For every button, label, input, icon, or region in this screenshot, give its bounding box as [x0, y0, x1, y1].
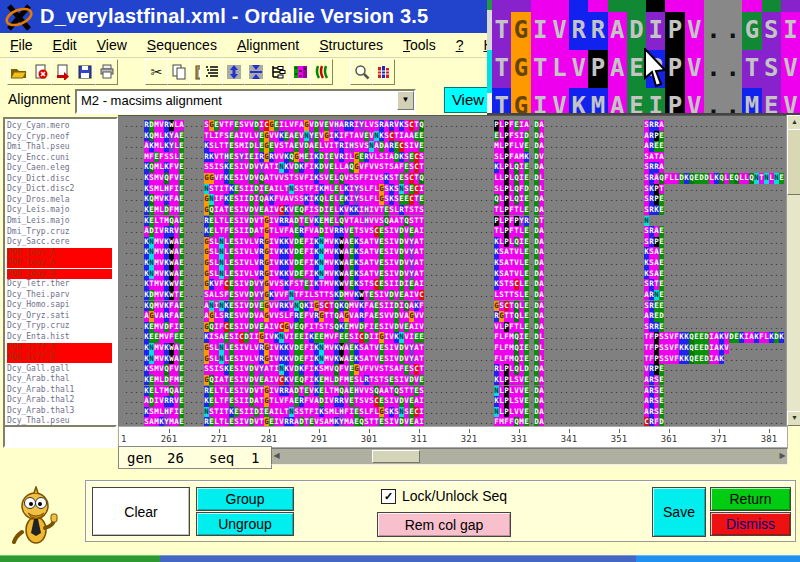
- zoom-cell[interactable]: .: [723, 0, 742, 12]
- menu-item-tools[interactable]: Tools: [393, 35, 446, 55]
- alignment-row[interactable]: ....KNMVKWAE....GSLNLESIVLVRGIVKKVDEFIKN…: [124, 247, 784, 258]
- return-button[interactable]: Return: [710, 487, 791, 511]
- zoom-cell[interactable]: P: [665, 88, 684, 113]
- residue-cell[interactable]: .: [779, 269, 784, 280]
- zoom-cell[interactable]: G: [511, 50, 530, 88]
- alignment-row[interactable]: ....KELTMQAE....RELTLESIVDVTGIVRRADTEVKE…: [124, 386, 784, 397]
- ungroup-button[interactable]: Ungroup: [196, 512, 294, 536]
- search-button[interactable]: [350, 59, 373, 85]
- menu-item-help-q[interactable]: ?: [446, 35, 474, 55]
- scroll-right-icon[interactable]: ▶: [778, 450, 787, 461]
- sequence-name-item[interactable]: PDB_1eov_A: [7, 248, 112, 258]
- group-button[interactable]: Group: [196, 487, 294, 511]
- sequence-name-item[interactable]: Dcy_Arab.thal3: [7, 406, 112, 416]
- menu-item-edit[interactable]: Edit: [43, 35, 87, 55]
- residue-cell[interactable]: .: [779, 205, 784, 216]
- zoom-cell[interactable]: V: [550, 12, 569, 50]
- zoom-cell[interactable]: T: [531, 50, 550, 88]
- zoom-cell[interactable]: R: [569, 12, 588, 50]
- zoom-cell[interactable]: .: [723, 88, 742, 113]
- alignment-row[interactable]: ....KEMLDFME....GQIATESIVDVEAIVCKVEQFIKE…: [124, 375, 784, 386]
- alignment-row[interactable]: ....KNMVKWAE....GSLNLESIVLVRGIVKKVDEFIKN…: [124, 354, 784, 365]
- zoom-cell[interactable]: G: [511, 88, 530, 113]
- residue-cell[interactable]: .: [779, 131, 784, 142]
- clear-button[interactable]: Clear: [92, 487, 190, 536]
- residue-cell[interactable]: .: [779, 301, 784, 312]
- residue-cell[interactable]: .: [779, 184, 784, 195]
- alignment-row[interactable]: ....KNMVKWAE....GSLNLESIVLVRGIVKKVDEFIKN…: [124, 258, 784, 269]
- sequence-name-item[interactable]: Dcy_Arab.thal2: [7, 395, 112, 405]
- zoom-cell[interactable]: P: [588, 50, 607, 88]
- zoom-view-row[interactable]: TGIVRRADIPV..GSI: [492, 12, 800, 50]
- column-colors-button[interactable]: [372, 59, 395, 85]
- zoom-cell[interactable]: V: [685, 88, 704, 113]
- alignment-row[interactable]: ....KNMVKWAE....GSLNLESIVLVRGIVKKVDEFIKN…: [124, 269, 784, 280]
- zoom-cell[interactable]: T: [492, 12, 511, 50]
- zoom-cell[interactable]: V: [685, 0, 704, 12]
- sequence-name-item[interactable]: Dcy_Thei.parv: [7, 290, 112, 300]
- residue-cell[interactable]: .: [779, 152, 784, 163]
- vertical-scroll-thumb[interactable]: [787, 129, 800, 195]
- residue-cell[interactable]: .: [779, 354, 784, 365]
- residue-cell[interactable]: .: [779, 162, 784, 173]
- alignment-row[interactable]: ....KEEMVFEE....KISAESICDIIGIVKNVIEEIKEE…: [124, 332, 784, 343]
- zoom-cell[interactable]: .: [704, 12, 723, 50]
- residue-cell[interactable]: .: [779, 279, 784, 290]
- zoom-cell[interactable]: S: [762, 50, 781, 88]
- lock-unlock-checkbox[interactable]: ✓: [381, 489, 396, 504]
- sequence-name-item[interactable]: PDB_1eay_A: [7, 258, 112, 268]
- cut-button[interactable]: ✂: [145, 59, 168, 85]
- zoom-cell[interactable]: .: [723, 12, 742, 50]
- zoom-cell[interactable]: I: [531, 12, 550, 50]
- residue-cell[interactable]: .: [779, 237, 784, 248]
- zoom-cell[interactable]: S: [762, 12, 781, 50]
- zoom-cell[interactable]: T: [492, 88, 511, 113]
- menu-item-sequences[interactable]: Sequences: [137, 35, 227, 55]
- sequence-name-item[interactable]: Dcy_Dict.disc2: [7, 184, 112, 194]
- zoom-cell[interactable]: .: [704, 88, 723, 113]
- zoom-cell[interactable]: G: [511, 0, 530, 12]
- name-filter-box[interactable]: [3, 425, 117, 448]
- residue-cell[interactable]: .: [779, 247, 784, 258]
- menu-item-structures[interactable]: Structures: [309, 35, 393, 55]
- sequence-name-item[interactable]: PDB_3i7f_B: [7, 353, 112, 363]
- zoom-cell[interactable]: I: [531, 0, 550, 12]
- sequence-name-item[interactable]: Dcy_Tryp.cruz: [7, 321, 112, 331]
- zoom-cell[interactable]: L: [550, 50, 569, 88]
- alignment-row[interactable]: ....AGVARFAE....AGLSRESVVDVAGVVSLFREFVRG…: [124, 311, 784, 322]
- residue-cell[interactable]: .: [779, 311, 784, 322]
- residue-cell[interactable]: .: [779, 216, 784, 227]
- zoom-cell[interactable]: T: [742, 50, 761, 88]
- zoom-cell[interactable]: I: [646, 88, 665, 113]
- residue-cell[interactable]: .: [779, 343, 784, 354]
- sequence-name-item[interactable]: PDB_1eay_B: [7, 269, 112, 279]
- alignment-row[interactable]: ....KQMLKFVE....SSISKESIVDVYATINKVDKFIKD…: [124, 162, 784, 173]
- consensus-list-button[interactable]: [200, 59, 223, 85]
- alignment-row[interactable]: ....KQMVKFAE....ANINKESIVDVEGVVRKVNQKIGS…: [124, 301, 784, 312]
- zoom-cell[interactable]: V: [685, 50, 704, 88]
- sequence-name-item[interactable]: Dmi_Thal.pseu: [7, 142, 112, 152]
- menu-item-view[interactable]: View: [87, 35, 137, 55]
- sequence-name-item[interactable]: Dcy_Caen.eleg: [7, 163, 112, 173]
- alignment-canvas[interactable]: ....RDMVRWLA....SGEVTFESVVDICGEILVFAGVDV…: [118, 115, 786, 427]
- zoom-cell[interactable]: T: [492, 50, 511, 88]
- zoom-cell[interactable]: G: [511, 12, 530, 50]
- close-file-button[interactable]: [29, 59, 52, 85]
- sequence-name-item[interactable]: Dcy_Arab.thal: [7, 374, 112, 384]
- menu-item-file[interactable]: File: [0, 35, 43, 55]
- sequence-name-item[interactable]: Dmi_Leis.majo: [7, 216, 112, 226]
- alignment-row[interactable]: ....ADIVRRVE....KELTFESIIDATGTLVFAERFVAD…: [124, 396, 784, 407]
- residue-cell[interactable]: .: [779, 407, 784, 418]
- sequence-name-item[interactable]: PDB_3i7f_A: [7, 343, 112, 353]
- alignment-row[interactable]: ....KSMLHFIE....NSTITKESIIDIEAILTNSSTFIK…: [124, 184, 784, 195]
- sequence-name-item[interactable]: Dcy_Gall.gall: [7, 364, 112, 374]
- alignment-row[interactable]: ....KELTMQAE....RELTLESIVDVTGIVRRADTEVKE…: [124, 216, 784, 227]
- residue-cell[interactable]: K: [779, 332, 784, 343]
- zoom-cell[interactable]: V: [685, 12, 704, 50]
- scroll-up-icon[interactable]: ▲: [787, 115, 800, 130]
- zoom-cell[interactable]: .: [723, 50, 742, 88]
- residue-cell[interactable]: .: [779, 396, 784, 407]
- zoom-view-row[interactable]: TGIVRRADIPV..GSI: [492, 0, 800, 12]
- zoom-cell[interactable]: A: [608, 88, 627, 113]
- alignment-row[interactable]: ....KNMVKWAE....GSLNLESIVLVRGIVKKVDEFIKN…: [124, 237, 784, 248]
